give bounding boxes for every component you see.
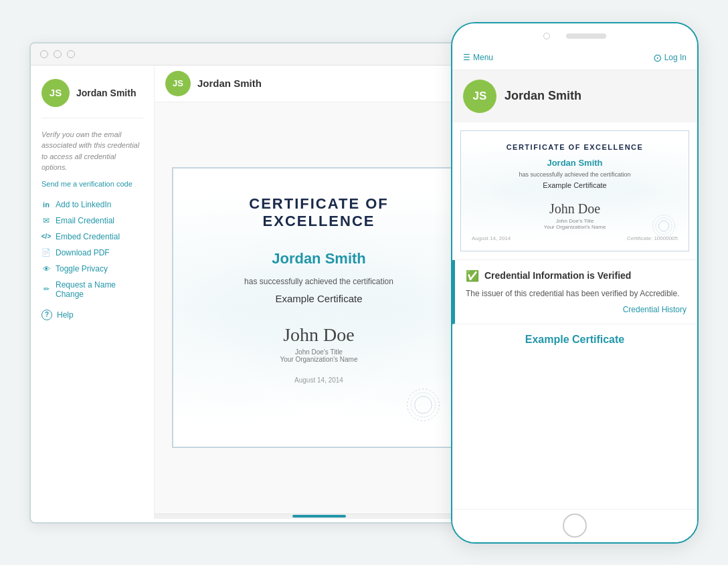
bottom-bar bbox=[155, 514, 483, 519]
mobile-cert-seal bbox=[651, 213, 676, 239]
svg-point-4 bbox=[656, 217, 672, 233]
username-label: Jordan Smith bbox=[76, 88, 136, 98]
certificate: CERTIFICATE OF EXCELLENCE Jordan Smith h… bbox=[172, 167, 466, 448]
verified-badge-icon: ✅ bbox=[466, 269, 479, 282]
user-header: JS Jordan Smith bbox=[41, 79, 143, 118]
svg-point-5 bbox=[658, 221, 669, 231]
mobile-cert-signame: John Doe's Title bbox=[472, 218, 678, 224]
help-icon: ? bbox=[41, 310, 52, 320]
desktop-sidebar: JS Jordan Smith Verify you own the email… bbox=[31, 66, 155, 519]
mobile-camera bbox=[543, 33, 550, 39]
verified-text: The issuer of this credential has been v… bbox=[466, 288, 687, 300]
cert-recipient: Jordan Smith bbox=[272, 250, 366, 267]
mobile-cert-title: CERTIFICATE OF EXCELLENCE bbox=[472, 143, 678, 151]
cert-signature: John Doe bbox=[283, 324, 355, 346]
mobile-cert-signature: John Doe bbox=[472, 201, 678, 217]
nav-embed[interactable]: </> Embed Credential bbox=[41, 232, 143, 241]
browser-dot-3 bbox=[67, 50, 75, 58]
svg-point-3 bbox=[653, 215, 675, 237]
nav-name-change[interactable]: ✏ Request a Name Change bbox=[41, 280, 143, 299]
mobile-cert-date: August 14, 2014 Certificate: 10000005 bbox=[472, 235, 678, 241]
pdf-icon: 📄 bbox=[41, 248, 51, 257]
verified-title: Credential Information is Verified bbox=[484, 270, 631, 281]
credential-history-link[interactable]: Credential History bbox=[466, 305, 687, 314]
mobile-cert-recipient: Jordan Smith bbox=[472, 158, 678, 168]
mobile-cert-container: CERTIFICATE OF EXCELLENCE Jordan Smith h… bbox=[452, 122, 697, 260]
desktop-main: JS Jordan Smith CERTIFICATE OF EXCELLENC… bbox=[155, 66, 483, 519]
cert-sig-name: John Doe's Title bbox=[295, 348, 343, 356]
mobile-speaker bbox=[566, 33, 606, 39]
svg-point-2 bbox=[414, 397, 432, 414]
embed-icon: </> bbox=[41, 232, 51, 241]
top-bar-avatar: JS bbox=[165, 71, 191, 96]
avatar: JS bbox=[41, 79, 70, 107]
cert-course: Example Certificate bbox=[275, 293, 362, 304]
mobile-course-label: Example Certificate bbox=[452, 324, 697, 355]
cert-subtitle: has successfully achieved the certificat… bbox=[244, 277, 393, 286]
mobile-bottom-bar bbox=[452, 509, 697, 542]
cert-date: August 14, 2014 bbox=[294, 376, 343, 384]
user-circle-icon: ⊙ bbox=[653, 51, 662, 64]
mobile-cert-sigorg: Your Organization's Name bbox=[472, 224, 678, 230]
top-bar-username: Jordan Smith bbox=[197, 78, 262, 89]
scroll-indicator bbox=[292, 515, 346, 518]
verified-header: ✅ Credential Information is Verified bbox=[466, 269, 687, 282]
svg-point-0 bbox=[407, 389, 439, 421]
verify-note: Verify you own the email associated with… bbox=[41, 129, 143, 173]
desktop-browser: JS Jordan Smith Verify you own the email… bbox=[29, 42, 484, 524]
mobile-username: Jordan Smith bbox=[505, 89, 581, 103]
pencil-icon: ✏ bbox=[41, 285, 51, 294]
mobile-avatar: JS bbox=[463, 80, 496, 113]
cert-seal bbox=[405, 386, 442, 423]
nav-email[interactable]: ✉ Email Credential bbox=[41, 216, 143, 225]
mobile-login-button[interactable]: ⊙ Log In bbox=[653, 51, 687, 64]
mobile-menu-button[interactable]: ☰ Menu bbox=[463, 53, 493, 62]
cert-title: CERTIFICATE OF EXCELLENCE bbox=[200, 195, 438, 230]
mobile-top-bar bbox=[452, 23, 697, 46]
help-link[interactable]: ? Help bbox=[41, 310, 143, 320]
mobile-cert-course: Example Certificate bbox=[472, 181, 678, 189]
eye-icon: 👁 bbox=[41, 264, 51, 273]
top-bar: JS Jordan Smith bbox=[155, 66, 483, 102]
mobile-cert-subtitle: has successfully achieved the certificat… bbox=[472, 171, 678, 178]
mobile-user-header: JS Jordan Smith bbox=[452, 70, 697, 122]
mobile-home-button[interactable] bbox=[563, 514, 587, 538]
nav-pdf[interactable]: 📄 Download PDF bbox=[41, 248, 143, 257]
email-icon: ✉ bbox=[41, 216, 51, 225]
browser-toolbar bbox=[31, 43, 483, 66]
nav-linkedin[interactable]: in Add to LinkedIn bbox=[41, 200, 143, 209]
cert-sig-org: Your Organization's Name bbox=[280, 356, 357, 363]
verified-section: ✅ Credential Information is Verified The… bbox=[452, 260, 697, 324]
linkedin-icon: in bbox=[41, 200, 51, 209]
mobile-certificate: CERTIFICATE OF EXCELLENCE Jordan Smith h… bbox=[460, 130, 689, 251]
certificate-container: CERTIFICATE OF EXCELLENCE Jordan Smith h… bbox=[155, 102, 483, 514]
mobile-device: ☰ Menu ⊙ Log In JS Jordan Smith CERTIFIC… bbox=[451, 22, 699, 544]
verify-link[interactable]: Send me a verification code bbox=[41, 180, 143, 188]
mobile-nav: ☰ Menu ⊙ Log In bbox=[452, 46, 697, 70]
hamburger-icon: ☰ bbox=[463, 53, 470, 62]
browser-dot-1 bbox=[40, 50, 48, 58]
browser-dot-2 bbox=[54, 50, 62, 58]
nav-privacy[interactable]: 👁 Toggle Privacy bbox=[41, 264, 143, 273]
